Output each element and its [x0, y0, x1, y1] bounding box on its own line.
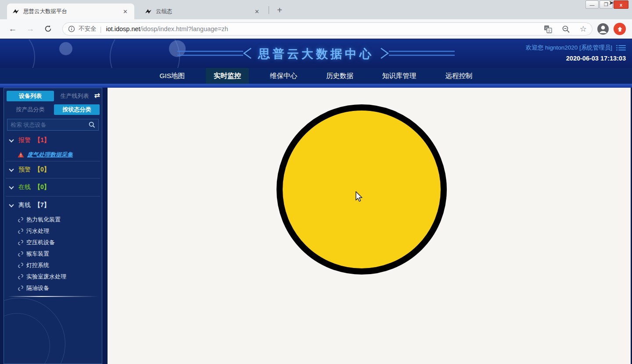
title-right-decoration: [380, 47, 455, 61]
nav-item-knowledge[interactable]: 知识库管理: [374, 68, 424, 84]
page-body: 设备列表 生产线列表 ⇄ 按产品分类 按状态分类 报警 【1】 废气处理数据采集: [0, 88, 632, 364]
group-alarm[interactable]: 报警 【1】: [4, 132, 102, 149]
address-bar[interactable]: 不安全 | iot.idosp.net /idosp/index.html?la…: [62, 22, 592, 36]
tree-end-divider: [4, 296, 102, 297]
security-label: 不安全: [79, 25, 97, 33]
group-online[interactable]: 在线 【0】: [4, 178, 102, 196]
zoom-out-icon[interactable]: [562, 25, 570, 33]
group-warning[interactable]: 预警 【0】: [4, 161, 102, 178]
device-item[interactable]: 猴车装置: [4, 248, 102, 260]
device-item[interactable]: 隔油设备: [4, 282, 102, 294]
translate-icon[interactable]: G文: [544, 25, 552, 33]
tab-title: 云组态: [156, 8, 252, 15]
url-separator: |: [100, 25, 102, 33]
broken-link-icon: [18, 251, 24, 257]
nav-item-gis[interactable]: GIS地图: [151, 68, 193, 84]
group-offline[interactable]: 离线 【7】: [4, 196, 102, 214]
welcome-user-label[interactable]: 欢迎您 hignton2020 [系统管理员]: [526, 44, 612, 52]
bookmark-star-icon[interactable]: ☆: [580, 24, 587, 34]
title-left-decoration: [177, 47, 252, 61]
search-input[interactable]: [11, 121, 89, 128]
forward-button[interactable]: →: [25, 23, 36, 35]
group-count: 【7】: [34, 201, 50, 209]
url-host: iot.idosp.net: [106, 25, 140, 32]
device-item-alarm[interactable]: 废气处理数据采集: [4, 149, 102, 161]
warning-icon: [18, 152, 24, 158]
reload-button[interactable]: [42, 23, 54, 35]
broken-link-icon: [18, 228, 24, 234]
device-sidebar: 设备列表 生产线列表 ⇄ 按产品分类 按状态分类 报警 【1】 废气处理数据采集: [4, 88, 102, 364]
profile-avatar-icon[interactable]: [597, 23, 609, 37]
monitor-canvas: [108, 88, 631, 364]
group-count: 【0】: [34, 166, 50, 174]
nav-item-realtime[interactable]: 实时监控: [206, 68, 249, 84]
close-window-button[interactable]: ➤ x: [614, 0, 628, 9]
broken-link-icon: [18, 262, 24, 268]
swap-icon[interactable]: ⇄: [94, 91, 100, 100]
new-tab-button[interactable]: +: [273, 4, 286, 17]
main-navigation: GIS地图 实时监控 维保中心 历史数据 知识库管理 远程控制: [0, 68, 632, 84]
status-tree: 报警 【1】 废气处理数据采集 预警 【0】 在线 【0】: [4, 132, 102, 297]
browser-tab-bar: 思普云大数据平台 ✕ 云组态 ✕ + — ❐ ➤ x: [0, 0, 632, 19]
site-favicon-icon: [12, 8, 19, 15]
chevron-down-icon[interactable]: [9, 202, 14, 207]
broken-link-icon: [18, 274, 24, 280]
tab-cloud-config[interactable]: 云组态 ✕: [140, 4, 266, 19]
minimize-button[interactable]: —: [585, 0, 599, 9]
tab-by-status[interactable]: 按状态分类: [54, 104, 100, 115]
window-controls: — ❐ ➤ x: [585, 0, 628, 9]
device-item[interactable]: 空压机设备: [4, 237, 102, 248]
info-icon[interactable]: [68, 25, 75, 32]
site-favicon-icon: [145, 8, 152, 15]
broken-link-icon: [18, 239, 24, 246]
nav-bottom-strip: [0, 84, 632, 88]
back-button[interactable]: ←: [7, 23, 18, 35]
device-item[interactable]: 热力氧化装置: [4, 214, 102, 225]
nav-item-history[interactable]: 历史数据: [318, 68, 361, 84]
device-item[interactable]: 实验室废水处理: [4, 271, 102, 282]
status-circle[interactable]: [276, 104, 447, 275]
close-tab-icon[interactable]: ✕: [121, 7, 130, 16]
chevron-down-icon[interactable]: [9, 137, 14, 142]
svg-text:文: 文: [548, 29, 551, 32]
chevron-down-icon[interactable]: [9, 167, 14, 171]
cursor-over-close-icon: ➤: [609, 0, 614, 6]
device-item[interactable]: 灯控系统: [4, 260, 102, 271]
browser-update-icon[interactable]: [614, 23, 626, 35]
nav-item-maintenance[interactable]: 维保中心: [262, 68, 305, 84]
group-count: 【1】: [34, 136, 50, 144]
mouse-cursor: [356, 191, 364, 205]
page-title: 思普云大数据中心: [258, 46, 374, 62]
search-icon[interactable]: [89, 121, 95, 128]
tab-production-line-list[interactable]: 生产线列表: [56, 91, 93, 101]
nav-item-remote[interactable]: 远程控制: [438, 68, 481, 84]
url-path: /idosp/index.html?language=zh: [140, 25, 228, 32]
group-count: 【0】: [34, 183, 50, 191]
tab-device-list[interactable]: 设备列表: [7, 91, 54, 101]
tab-title: 思普云大数据平台: [23, 8, 121, 15]
chevron-down-icon[interactable]: [9, 184, 14, 189]
tab-by-product[interactable]: 按产品分类: [7, 104, 54, 115]
menu-icon[interactable]: [618, 44, 626, 52]
broken-link-icon: [18, 217, 24, 223]
device-search-box: [7, 119, 99, 131]
browser-toolbar: ← → 不安全 | iot.idosp.net /idosp/index.htm…: [0, 19, 632, 39]
site-header: 思普云大数据中心 欢迎您 hignton2020 [系统管理员] 2020-06…: [0, 39, 632, 68]
tab-separator: [269, 6, 269, 14]
device-link[interactable]: 废气处理数据采集: [27, 151, 73, 159]
close-tab-icon[interactable]: ✕: [252, 7, 262, 16]
device-item[interactable]: 污水处理: [4, 225, 102, 237]
broken-link-icon: [18, 285, 24, 291]
tab-platform[interactable]: 思普云大数据平台 ✕: [7, 4, 134, 19]
datetime-label: 2020-06-03 17:13:03: [526, 55, 626, 62]
